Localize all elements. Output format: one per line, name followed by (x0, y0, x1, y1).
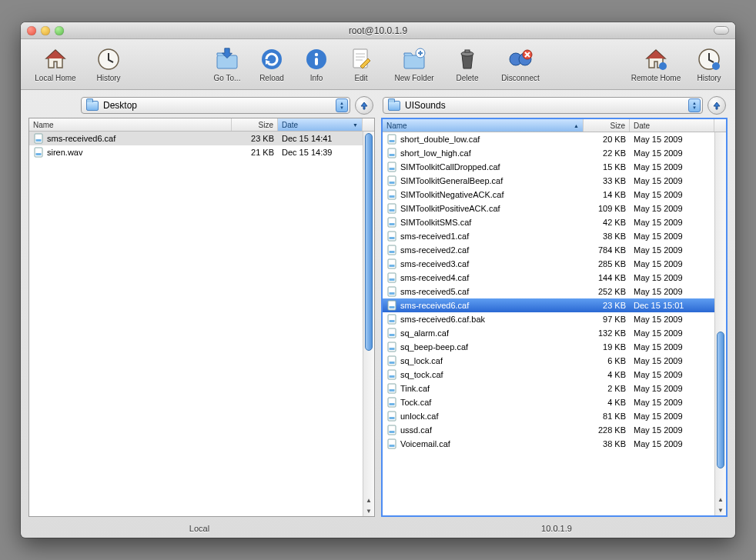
file-name: Tink.caf (400, 384, 430, 393)
info-button[interactable]: Info (295, 44, 338, 85)
file-row[interactable]: sms-received6.caf23 KBDec 15 14:41 (29, 132, 374, 145)
disconnect-button[interactable]: Disconnect (490, 44, 550, 85)
svg-rect-62 (390, 417, 395, 419)
file-row[interactable]: sq_alarm.caf132 KBMay 15 2009 (383, 326, 726, 340)
svg-point-4 (315, 52, 318, 55)
svg-rect-56 (390, 375, 395, 378)
file-size: 97 KB (584, 315, 630, 324)
svg-point-16 (712, 62, 720, 70)
file-date: May 15 2009 (630, 315, 714, 324)
file-row[interactable]: SIMToolkitGeneralBeep.caf33 KBMay 15 200… (383, 174, 726, 188)
file-date: Dec 15 14:41 (278, 134, 363, 143)
file-row[interactable]: Voicemail.caf38 KBMay 15 2009 (383, 437, 726, 451)
remote-column-headers[interactable]: Name▲ Size Date (383, 119, 726, 132)
remote-footer-label: 10.0.1.9 (378, 524, 735, 533)
svg-rect-43 (388, 287, 396, 296)
file-row[interactable]: sms-received6.caf23 KBDec 15 15:01 (383, 298, 726, 312)
file-row[interactable]: sq_lock.caf6 KBMay 15 2009 (383, 354, 726, 368)
file-row[interactable]: sms-received1.caf38 KBMay 15 2009 (383, 229, 726, 243)
remote-up-button[interactable] (707, 96, 726, 115)
file-row[interactable]: ussd.caf228 KBMay 15 2009 (383, 423, 726, 437)
new-folder-button[interactable]: New Folder (384, 44, 444, 85)
svg-rect-63 (388, 425, 396, 435)
local-scrollbar[interactable]: ▲ ▼ (363, 132, 374, 516)
file-row[interactable]: sms-received6.caf.bak97 KBMay 15 2009 (383, 312, 726, 326)
remote-scrollbar[interactable]: ▲ ▼ (714, 132, 726, 515)
local-up-button[interactable] (355, 96, 373, 115)
titlebar[interactable]: root@10.0.1.9 (21, 22, 735, 39)
reload-button[interactable]: Reload (250, 44, 293, 85)
svg-rect-38 (390, 251, 395, 253)
file-date: May 15 2009 (630, 342, 714, 352)
col-name[interactable]: Name▲ (383, 119, 584, 132)
file-date: May 15 2009 (630, 356, 714, 365)
col-date[interactable]: Date (630, 119, 714, 132)
file-row[interactable]: short_double_low.caf20 KBMay 15 2009 (383, 132, 726, 146)
svg-point-14 (659, 62, 667, 70)
remote-clock-icon (697, 47, 721, 72)
local-home-button[interactable]: Local Home (25, 44, 85, 85)
toolbar-toggle-button[interactable] (714, 26, 729, 35)
scroll-up-icon[interactable]: ▲ (715, 494, 726, 505)
edit-button[interactable]: Edit (340, 44, 383, 85)
file-row[interactable]: Tock.caf4 KBMay 15 2009 (383, 395, 726, 409)
remote-history-button[interactable]: History (687, 44, 731, 85)
local-column-headers[interactable]: Name Size Date▼ (29, 118, 374, 132)
file-name: Tock.caf (400, 398, 431, 407)
file-row[interactable]: SIMToolkitSMS.caf42 KBMay 15 2009 (383, 215, 726, 229)
file-row[interactable]: sms-received5.caf252 KBMay 15 2009 (383, 285, 726, 298)
file-row[interactable]: unlock.caf81 KBMay 15 2009 (383, 409, 726, 423)
remote-file-list[interactable]: Name▲ Size Date short_double_low.caf20 K… (381, 118, 728, 517)
dropdown-arrows-icon: ▲▼ (688, 98, 701, 112)
local-file-list[interactable]: Name Size Date▼ sms-received6.caf23 KBDe… (28, 118, 375, 517)
file-size: 2 KB (584, 384, 630, 393)
file-row[interactable]: siren.wav21 KBDec 15 14:39 (29, 145, 374, 159)
file-date: Dec 15 14:39 (278, 148, 363, 157)
scroll-down-icon[interactable]: ▼ (715, 505, 726, 515)
delete-button[interactable]: Delete (446, 44, 489, 85)
goto-button[interactable]: Go To... (206, 44, 249, 85)
file-date: May 15 2009 (630, 287, 714, 296)
col-scroll-spacer (714, 119, 726, 132)
file-row[interactable]: sq_tock.caf4 KBMay 15 2009 (383, 368, 726, 382)
file-name: SIMToolkitSMS.caf (400, 218, 471, 227)
file-date: May 15 2009 (630, 328, 714, 338)
col-size[interactable]: Size (232, 118, 278, 131)
remote-home-button[interactable]: Remote Home (626, 44, 686, 85)
col-date[interactable]: Date▼ (278, 118, 363, 131)
file-row[interactable]: sq_beep-beep.caf19 KBMay 15 2009 (383, 340, 726, 354)
file-row[interactable]: short_low_high.caf22 KBMay 15 2009 (383, 146, 726, 160)
file-name: sms-received2.caf (400, 245, 469, 255)
svg-rect-57 (388, 384, 396, 393)
svg-rect-18 (36, 139, 42, 142)
svg-rect-28 (390, 182, 395, 184)
file-row[interactable]: SIMToolkitPositiveACK.caf109 KBMay 15 20… (383, 202, 726, 215)
svg-rect-47 (388, 315, 396, 324)
local-history-button[interactable]: History (87, 44, 130, 85)
svg-rect-58 (390, 389, 395, 392)
file-row[interactable]: sms-received3.caf285 KBMay 15 2009 (383, 257, 726, 271)
app-window: root@10.0.1.9 Local Home History Go To..… (21, 22, 735, 538)
col-size[interactable]: Size (584, 119, 630, 132)
file-size: 38 KB (584, 439, 630, 448)
scroll-down-icon[interactable]: ▼ (363, 505, 374, 516)
file-row[interactable]: sms-received2.caf784 KBMay 15 2009 (383, 243, 726, 257)
local-path-dropdown[interactable]: Desktop ▲▼ (81, 97, 350, 114)
file-row[interactable]: SIMToolkitNegativeACK.caf14 KBMay 15 200… (383, 188, 726, 202)
file-date: May 15 2009 (630, 232, 714, 241)
col-name[interactable]: Name (29, 118, 232, 131)
file-name: siren.wav (47, 148, 82, 157)
svg-rect-54 (390, 362, 395, 364)
file-row[interactable]: sms-received4.caf144 KBMay 15 2009 (383, 271, 726, 285)
svg-rect-64 (390, 431, 395, 433)
file-size: 38 KB (584, 232, 630, 241)
file-row[interactable]: SIMToolkitCallDropped.caf15 KBMay 15 200… (383, 160, 726, 174)
file-name: sms-received3.caf (400, 259, 469, 268)
window-title: root@10.0.1.9 (21, 25, 735, 36)
svg-rect-23 (388, 148, 396, 158)
scroll-up-icon[interactable]: ▲ (363, 495, 374, 505)
remote-path-dropdown[interactable]: UISounds ▲▼ (383, 97, 703, 114)
remote-home-icon (644, 47, 668, 72)
file-name: unlock.caf (400, 412, 439, 421)
file-row[interactable]: Tink.caf2 KBMay 15 2009 (383, 382, 726, 395)
